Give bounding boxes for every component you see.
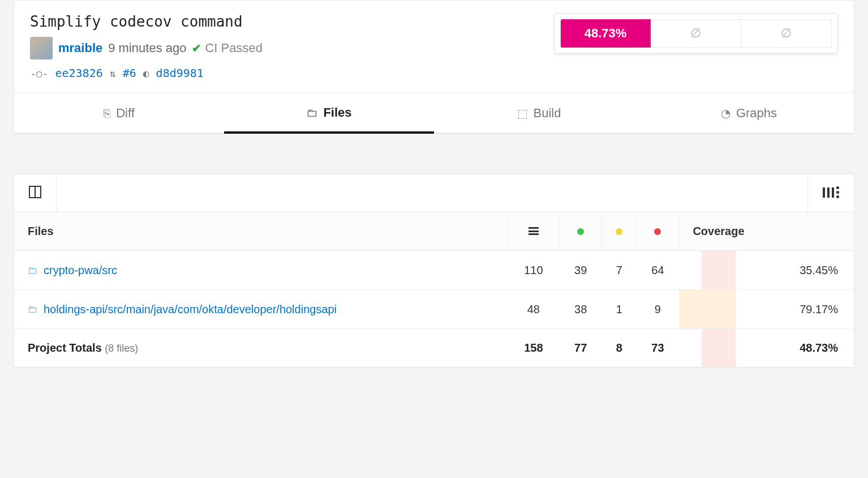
totals-label-cell: Project Totals (8 files) bbox=[14, 329, 508, 368]
cell-missed: 9 bbox=[637, 290, 679, 329]
folder-icon: 🗀 bbox=[28, 264, 38, 276]
tab-graphs[interactable]: ◔ Graphs bbox=[644, 93, 854, 134]
files-table-wrap: Files Coverage 🗀crypto-pwa/src 110 39 7 … bbox=[14, 174, 854, 368]
commit-icon: -○- bbox=[30, 67, 49, 79]
commit-sha-link[interactable]: ee23826 bbox=[55, 66, 103, 80]
tab-graphs-label: Graphs bbox=[736, 106, 777, 121]
totals-hit: 77 bbox=[560, 329, 602, 368]
ci-status-text: CI Passed bbox=[205, 41, 263, 56]
file-link[interactable]: 🗀crypto-pwa/src bbox=[28, 264, 117, 277]
table-row: 🗀crypto-pwa/src 110 39 7 64 35.45% bbox=[14, 251, 854, 290]
avatar[interactable] bbox=[30, 37, 53, 59]
col-lines[interactable] bbox=[508, 212, 560, 251]
totals-coverage-bar bbox=[679, 329, 736, 368]
tab-build[interactable]: ⬚ Build bbox=[434, 93, 644, 134]
folder-icon: 🗀 bbox=[28, 304, 38, 315]
coverage-bar bbox=[679, 251, 736, 290]
tab-diff-label: Diff bbox=[116, 106, 135, 121]
package-icon: ⬚ bbox=[517, 106, 528, 120]
coverage-summary-box: 48.73% ∅ ∅ bbox=[554, 13, 838, 54]
tab-files-label: Files bbox=[323, 105, 351, 120]
toolbar-options-button[interactable] bbox=[807, 175, 854, 211]
table-row: 🗀holdings-api/src/main/java/com/okta/dev… bbox=[14, 290, 854, 329]
totals-file-count: (8 files) bbox=[105, 343, 138, 354]
parent-commit-icon: ◐ bbox=[143, 67, 149, 79]
check-icon: ✔ bbox=[192, 41, 201, 55]
coverage-percent: 79.17% bbox=[736, 290, 854, 329]
coverage-percent: 35.45% bbox=[736, 251, 854, 290]
cell-lines: 110 bbox=[508, 251, 560, 290]
totals-row: Project Totals (8 files) 158 77 8 73 48.… bbox=[14, 329, 854, 368]
pr-link[interactable]: #6 bbox=[123, 66, 136, 80]
cell-hit: 39 bbox=[560, 251, 602, 290]
author-row: mraible 9 minutes ago ✔ CI Passed bbox=[30, 37, 263, 59]
dot-green-icon bbox=[577, 228, 584, 235]
diff-icon: ⎘ bbox=[104, 107, 110, 120]
dot-yellow-icon bbox=[616, 228, 622, 235]
lines-icon bbox=[528, 227, 539, 235]
col-partial[interactable] bbox=[602, 212, 637, 251]
file-name: holdings-api/src/main/java/com/okta/deve… bbox=[44, 303, 337, 316]
cell-partial: 7 bbox=[602, 251, 637, 290]
tabs: ⎘ Diff 🗀 Files ⬚ Build ◔ Graphs bbox=[14, 92, 854, 134]
folder-icon: 🗀 bbox=[306, 106, 317, 120]
tab-build-label: Build bbox=[534, 106, 561, 121]
ci-status: ✔ CI Passed bbox=[192, 41, 263, 56]
chart-icon: ◔ bbox=[721, 106, 731, 120]
author-link[interactable]: mraible bbox=[58, 41, 102, 56]
totals-partial: 8 bbox=[602, 329, 637, 368]
coverage-bar bbox=[679, 290, 736, 329]
parent-sha-link[interactable]: d8d9981 bbox=[156, 66, 204, 80]
tab-diff[interactable]: ⎘ Diff bbox=[14, 93, 224, 134]
commit-header: Simplify codecov command mraible 9 minut… bbox=[14, 1, 854, 90]
file-link[interactable]: 🗀holdings-api/src/main/java/com/okta/dev… bbox=[28, 303, 337, 316]
time-ago: 9 minutes ago bbox=[108, 41, 186, 56]
col-hit[interactable] bbox=[560, 212, 602, 251]
col-files[interactable]: Files bbox=[14, 212, 508, 251]
commit-meta: Simplify codecov command mraible 9 minut… bbox=[30, 13, 263, 80]
refs-row: -○- ee23826 ⇅ #6 ◐ d8d9981 bbox=[30, 66, 263, 80]
cell-hit: 38 bbox=[560, 290, 602, 329]
book-icon bbox=[29, 186, 41, 198]
dot-red-icon bbox=[654, 228, 661, 235]
coverage-tertiary[interactable]: ∅ bbox=[741, 19, 832, 48]
col-missed[interactable] bbox=[637, 212, 679, 251]
commit-title: Simplify codecov command bbox=[30, 13, 263, 30]
commit-card: Simplify codecov command mraible 9 minut… bbox=[14, 0, 854, 134]
table-toolbar bbox=[14, 174, 854, 212]
coverage-primary[interactable]: 48.73% bbox=[560, 19, 651, 48]
toolbar-left[interactable] bbox=[14, 174, 57, 212]
options-icon bbox=[823, 186, 839, 198]
cell-partial: 1 bbox=[602, 290, 637, 329]
file-name: crypto-pwa/src bbox=[44, 264, 117, 277]
files-table: Files Coverage 🗀crypto-pwa/src 110 39 7 … bbox=[14, 212, 854, 368]
cell-lines: 48 bbox=[508, 290, 560, 329]
coverage-secondary[interactable]: ∅ bbox=[651, 19, 741, 48]
col-coverage[interactable]: Coverage bbox=[679, 212, 854, 251]
cell-missed: 64 bbox=[637, 251, 679, 290]
totals-lines: 158 bbox=[508, 329, 560, 368]
pull-request-icon: ⇅ bbox=[110, 67, 116, 79]
totals-coverage-percent: 48.73% bbox=[736, 329, 854, 368]
totals-missed: 73 bbox=[637, 329, 679, 368]
tab-files[interactable]: 🗀 Files bbox=[224, 93, 434, 134]
